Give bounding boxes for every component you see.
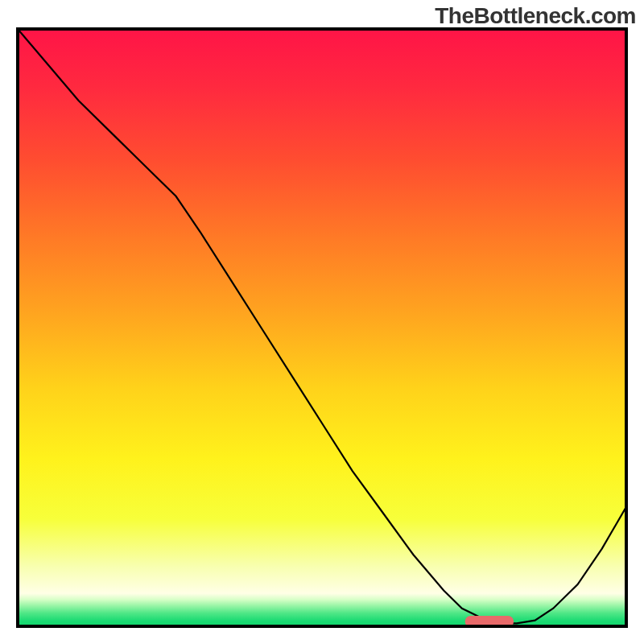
plot-area	[18, 29, 626, 627]
watermark-text: TheBottleneck.com	[435, 3, 636, 29]
gradient-background	[18, 29, 626, 626]
chart-frame: TheBottleneck.com	[0, 0, 644, 644]
bottleneck-chart	[0, 0, 644, 644]
